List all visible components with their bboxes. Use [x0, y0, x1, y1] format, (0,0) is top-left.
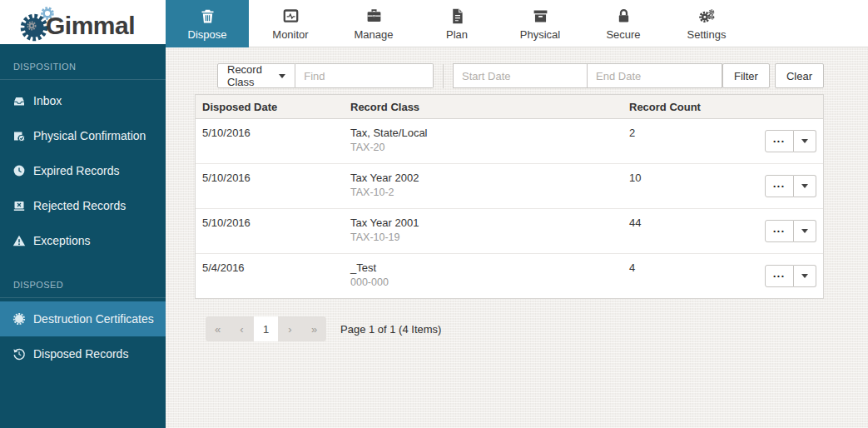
record-class-dropdown[interactable]: Record Class: [217, 63, 295, 88]
record-class-dropdown-label: Record Class: [227, 63, 272, 88]
tab-label: Physical: [520, 28, 560, 41]
sidebar-item-destruction-certificates[interactable]: Destruction Certificates: [0, 301, 166, 336]
row-more-button[interactable]: •••: [765, 265, 794, 287]
archive-box-icon: [532, 7, 549, 25]
tab-dispose[interactable]: Dispose: [166, 0, 249, 47]
lock-icon: [615, 7, 632, 25]
record-class-code: TAX-10-19: [350, 231, 622, 243]
ellipsis-icon: •••: [773, 138, 785, 145]
record-class-code: TAX-10-2: [350, 187, 622, 198]
record-class-code: 000-000: [350, 276, 622, 288]
trash-icon: [199, 7, 216, 25]
table-row: 5/10/2016 Tax Year 2002 TAX-10-2 10 •••: [196, 164, 823, 209]
tab-secure[interactable]: Secure: [582, 0, 665, 47]
cell-actions: •••: [764, 254, 823, 298]
top-tabs: Dispose Monitor Manage Plan Physical Sec…: [166, 0, 868, 47]
inbox-icon: [12, 94, 26, 107]
cell-disposed-date: 5/10/2016: [196, 119, 344, 163]
box-reject-icon: [12, 199, 26, 212]
top-nav: Gimmal Dispose Monitor Manage Plan Physi…: [0, 0, 868, 47]
cell-actions: •••: [764, 209, 823, 253]
row-more-button[interactable]: •••: [765, 220, 794, 242]
cell-record-count: 44: [622, 209, 764, 253]
page-last-button[interactable]: »: [302, 316, 326, 341]
cell-record-count: 10: [622, 164, 764, 208]
briefcase-icon: [365, 7, 383, 25]
record-class-name: _Test: [350, 261, 622, 274]
document-icon: [449, 7, 466, 25]
filter-divider: [443, 64, 444, 88]
filter-button[interactable]: Filter: [722, 63, 770, 88]
table-row: 5/10/2016 Tax, State/Local TAX-20 2 •••: [196, 119, 823, 164]
sidebar-item-label: Exceptions: [33, 234, 90, 247]
cell-disposed-date: 5/4/2016: [196, 254, 344, 298]
table-row: 5/10/2016 Tax Year 2001 TAX-10-19 44 •••: [196, 209, 823, 254]
row-more-button[interactable]: •••: [765, 130, 794, 152]
tab-manage[interactable]: Manage: [332, 0, 415, 47]
sidebar: DISPOSITION Inbox Physical Confirmation …: [0, 47, 166, 428]
sidebar-item-rejected-records[interactable]: Rejected Records: [0, 188, 166, 223]
cell-record-class: Tax, State/Local TAX-20: [344, 119, 622, 163]
tab-label: Plan: [446, 28, 468, 41]
gears-icon: [698, 7, 716, 25]
cell-record-count: 2: [622, 119, 764, 163]
clear-button[interactable]: Clear: [775, 63, 824, 88]
start-date-input[interactable]: [453, 63, 588, 88]
ellipsis-icon: •••: [773, 183, 785, 190]
pagination-row: « ‹ 1 › » Page 1 of 1 (4 Items): [206, 316, 868, 341]
page-current-button[interactable]: 1: [254, 316, 278, 341]
tab-monitor[interactable]: Monitor: [249, 0, 332, 47]
tab-plan[interactable]: Plan: [415, 0, 498, 47]
box-check-icon: [12, 129, 26, 142]
row-dropdown-button[interactable]: [794, 220, 816, 242]
results-table: Disposed Date Record Class Record Count …: [195, 94, 824, 299]
sidebar-item-physical-confirmation[interactable]: Physical Confirmation: [0, 118, 166, 153]
ellipsis-icon: •••: [773, 228, 785, 235]
caret-down-icon: [801, 184, 808, 188]
table-header: Disposed Date Record Class Record Count: [196, 95, 823, 119]
column-disposed-date: Disposed Date: [196, 101, 344, 113]
record-class-name: Tax Year 2002: [350, 172, 622, 184]
app-logo[interactable]: Gimmal: [0, 0, 166, 47]
pagination: « ‹ 1 › »: [206, 316, 326, 341]
cell-record-class: _Test 000-000: [344, 254, 622, 298]
find-input[interactable]: [295, 63, 434, 88]
sidebar-items: Inbox Physical Confirmation Expired Reco…: [0, 80, 166, 258]
tab-physical[interactable]: Physical: [498, 0, 582, 47]
gimmal-app: Gimmal Dispose Monitor Manage Plan Physi…: [0, 0, 868, 428]
cell-disposed-date: 5/10/2016: [196, 209, 344, 253]
row-dropdown-button[interactable]: [794, 130, 816, 152]
sidebar-item-disposed-records[interactable]: Disposed Records: [0, 336, 166, 371]
page-prev-button[interactable]: ‹: [230, 316, 254, 341]
sidebar-item-label: Expired Records: [33, 164, 120, 177]
sidebar-item-inbox[interactable]: Inbox: [0, 83, 166, 118]
end-date-input[interactable]: [588, 63, 722, 88]
sidebar-item-expired-records[interactable]: Expired Records: [0, 153, 166, 188]
page-first-button[interactable]: «: [206, 316, 230, 341]
caret-down-icon: [801, 274, 808, 278]
cell-record-class: Tax Year 2002 TAX-10-2: [344, 164, 622, 208]
record-class-name: Tax Year 2001: [350, 216, 622, 229]
record-class-name: Tax, State/Local: [350, 127, 622, 139]
cell-record-count: 4: [622, 254, 764, 298]
tab-label: Secure: [606, 28, 640, 41]
page-next-button[interactable]: ›: [278, 316, 302, 341]
history-icon: [12, 347, 26, 361]
cell-record-class: Tax Year 2001 TAX-10-19: [344, 209, 622, 253]
tab-label: Dispose: [188, 28, 227, 41]
monitor-icon: [282, 7, 300, 25]
ellipsis-icon: •••: [773, 273, 785, 280]
sidebar-section-disposition: DISPOSITION: [0, 47, 166, 79]
tab-label: Monitor: [272, 28, 308, 41]
column-record-class: Record Class: [344, 101, 622, 113]
row-dropdown-button[interactable]: [794, 265, 816, 287]
sidebar-item-label: Rejected Records: [33, 199, 126, 212]
row-dropdown-button[interactable]: [794, 175, 816, 197]
caret-down-icon: [801, 139, 808, 143]
sidebar-item-exceptions[interactable]: Exceptions: [0, 223, 166, 258]
column-record-count: Record Count: [622, 101, 764, 113]
row-more-button[interactable]: •••: [765, 175, 794, 197]
sidebar-items: Destruction Certificates Disposed Record…: [0, 298, 166, 371]
tab-label: Manage: [355, 28, 394, 41]
tab-settings[interactable]: Settings: [665, 0, 748, 47]
